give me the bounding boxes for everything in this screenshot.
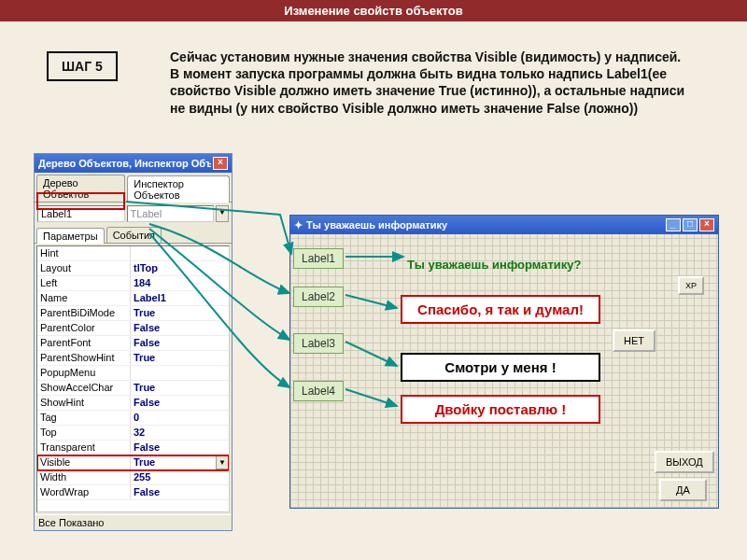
exit-button[interactable]: ВЫХОД — [655, 451, 714, 473]
property-key: ShowAccelChar — [37, 381, 131, 395]
title-bar: Изменение свойств объектов — [0, 0, 747, 21]
property-row[interactable]: ParentColorFalse — [37, 321, 229, 336]
property-value[interactable]: False — [131, 336, 229, 350]
message-label-1: Спасибо, я так и думал! — [401, 295, 600, 324]
property-value[interactable]: 0 — [131, 411, 229, 425]
property-key: ParentShowHint — [37, 351, 131, 365]
property-row[interactable]: ParentShowHintTrue — [37, 351, 229, 366]
tab-object-tree[interactable]: Дерево Объектов — [36, 175, 125, 202]
inspector-status: Все Показано — [35, 514, 232, 530]
design-form-window: ✦ Ты уважаешь информатику _ □ × Ты уважа… — [289, 215, 719, 509]
callout-label1: Label1 — [293, 248, 344, 269]
property-value[interactable]: tlTop — [131, 261, 229, 275]
property-row[interactable]: Top32 — [37, 426, 229, 441]
property-key: ParentFont — [37, 336, 131, 350]
property-row[interactable]: TransparentFalse — [37, 441, 229, 455]
property-row-selected[interactable]: VisibleTrue▼ — [37, 455, 229, 470]
no-button[interactable]: НЕТ — [613, 329, 655, 352]
property-key: ParentColor — [37, 321, 131, 335]
property-value[interactable]: True — [131, 381, 229, 395]
form-canvas[interactable]: Ты уважаешь информатику? XP Спасибо, я т… — [290, 234, 718, 508]
property-value[interactable]: 184 — [131, 276, 229, 290]
component-type-combo[interactable]: TLabel — [127, 205, 215, 222]
property-value[interactable] — [131, 366, 229, 380]
property-value[interactable]: False — [131, 485, 229, 499]
property-value[interactable]: 255 — [131, 470, 229, 484]
message-label-3: Двойку поставлю ! — [401, 395, 600, 424]
close-icon[interactable]: × — [213, 157, 228, 170]
callout-label2: Label2 — [293, 287, 344, 307]
form-titlebar[interactable]: ✦ Ты уважаешь информатику _ □ × — [290, 216, 718, 234]
property-row[interactable]: WordWrapFalse — [37, 485, 229, 500]
maximize-icon[interactable]: □ — [683, 218, 698, 231]
property-key: ParentBiDiMode — [37, 306, 131, 320]
component-selector: Label1 TLabel ▼ — [35, 203, 232, 225]
app-icon: ✦ — [294, 219, 303, 231]
property-row[interactable]: LayouttlTop — [37, 261, 229, 276]
property-row[interactable]: PopupMenu — [37, 366, 229, 381]
property-key: Tag — [37, 411, 131, 425]
property-key: Hint — [37, 246, 131, 260]
tab-events[interactable]: События — [106, 227, 162, 243]
yes-button[interactable]: ДА — [659, 479, 707, 501]
form-title: Ты уважаешь информатику — [306, 219, 664, 231]
close-icon[interactable]: × — [699, 218, 714, 231]
property-row[interactable]: NameLabel1 — [37, 291, 229, 306]
instruction-text: Сейчас установим нужные значения свойств… — [170, 49, 688, 117]
property-value[interactable] — [131, 246, 229, 260]
callout-label4: Label4 — [293, 381, 344, 401]
question-label: Ты уважаешь информатику? — [407, 258, 582, 272]
property-key: Width — [37, 470, 131, 484]
property-value[interactable]: True — [131, 306, 229, 320]
message-label-2: Смотри у меня ! — [401, 353, 600, 382]
property-key: Visible — [37, 455, 131, 469]
chevron-down-icon[interactable]: ▼ — [216, 205, 229, 222]
property-row[interactable]: ParentBiDiModeTrue — [37, 306, 229, 321]
tab-properties[interactable]: Параметры — [36, 228, 105, 244]
property-value[interactable]: Label1 — [131, 291, 229, 305]
property-key: Layout — [37, 261, 131, 275]
top-tabs: Дерево Объектов Инспектор Объектов — [35, 173, 232, 203]
property-value[interactable]: 32 — [131, 426, 229, 440]
property-key: PopupMenu — [37, 366, 131, 380]
xp-button[interactable]: XP — [678, 276, 704, 295]
chevron-down-icon[interactable]: ▼ — [216, 455, 229, 469]
property-row[interactable]: ShowHintFalse — [37, 396, 229, 411]
property-key: WordWrap — [37, 485, 131, 499]
property-value[interactable]: True — [131, 455, 216, 469]
property-row[interactable]: Hint — [37, 246, 229, 261]
property-value[interactable]: False — [131, 396, 229, 410]
callout-label3: Label3 — [293, 333, 344, 354]
inspector-titlebar[interactable]: Дерево Объектов, Инспектор Объ... × — [35, 154, 232, 173]
inspector-title: Дерево Объектов, Инспектор Объ... — [38, 158, 211, 169]
property-value[interactable]: False — [131, 441, 229, 455]
property-value[interactable]: True — [131, 351, 229, 365]
property-grid[interactable]: HintLayouttlTopLeft184NameLabel1ParentBi… — [36, 245, 230, 512]
property-row[interactable]: Width255 — [37, 470, 229, 485]
property-value[interactable]: False — [131, 321, 229, 335]
property-key: ShowHint — [37, 396, 131, 410]
property-key: Top — [37, 426, 131, 440]
component-name-combo[interactable]: Label1 — [37, 205, 125, 222]
property-key: Name — [37, 291, 131, 305]
property-key: Left — [37, 276, 131, 290]
property-key: Transparent — [37, 441, 131, 455]
step-badge: ШАГ 5 — [47, 51, 118, 81]
inspector-tabs: Параметры События — [35, 225, 232, 244]
property-row[interactable]: ShowAccelCharTrue — [37, 381, 229, 396]
property-row[interactable]: ParentFontFalse — [37, 336, 229, 351]
tab-object-inspector[interactable]: Инспектор Объектов — [127, 175, 230, 203]
object-inspector-window: Дерево Объектов, Инспектор Объ... × Дере… — [34, 153, 233, 531]
property-row[interactable]: Tag0 — [37, 411, 229, 426]
property-row[interactable]: Left184 — [37, 276, 229, 291]
minimize-icon[interactable]: _ — [666, 218, 681, 231]
